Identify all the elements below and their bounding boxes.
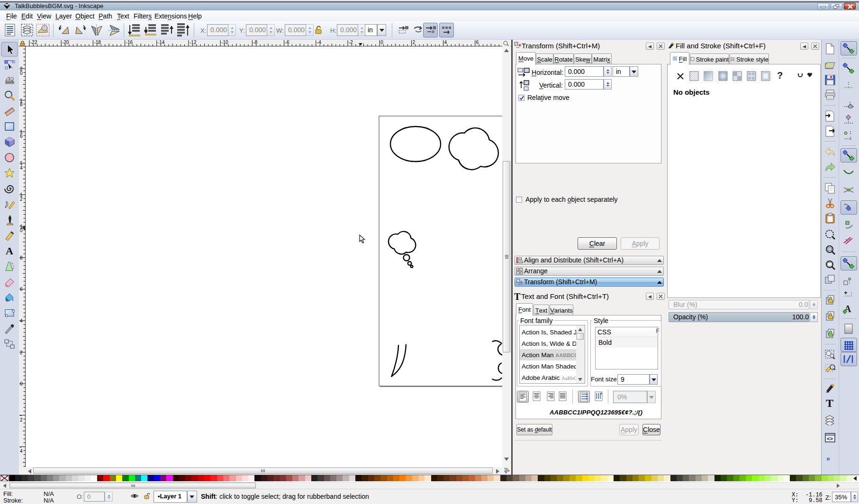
svg-text:-12: -12 — [190, 40, 197, 45]
svg-text:-8: -8 — [253, 40, 257, 45]
svg-text:6: 6 — [20, 134, 23, 139]
svg-text:A: A — [6, 245, 13, 257]
svg-text:4: 4 — [20, 318, 23, 324]
svg-text:2: 2 — [20, 350, 23, 355]
svg-text:-18: -18 — [94, 40, 101, 45]
svg-text:-16: -16 — [126, 40, 133, 45]
svg-text:-4: -4 — [317, 40, 321, 45]
svg-text:0: 0 — [20, 381, 23, 387]
svg-text:-2: -2 — [349, 40, 353, 45]
svg-text:0: 0 — [380, 40, 383, 45]
svg-text:-10: -10 — [221, 40, 228, 45]
svg-text:-14: -14 — [158, 40, 165, 45]
svg-text:4: 4 — [20, 165, 23, 171]
svg-text:2: 2 — [412, 40, 415, 45]
svg-text:-22: -22 — [30, 40, 37, 45]
svg-text:4: 4 — [20, 449, 23, 454]
svg-text:8: 8 — [20, 255, 23, 261]
svg-text:2: 2 — [20, 197, 23, 202]
svg-text:4: 4 — [444, 40, 447, 45]
svg-text:-20: -20 — [62, 40, 69, 45]
svg-text:6: 6 — [476, 40, 479, 45]
svg-text:0: 0 — [20, 228, 23, 233]
svg-text:T: T — [826, 397, 833, 409]
svg-text:<>: <> — [827, 436, 833, 441]
svg-text:2: 2 — [20, 417, 23, 423]
svg-text:-6: -6 — [285, 40, 289, 45]
svg-text:8: 8 — [20, 102, 23, 107]
svg-text:6: 6 — [20, 287, 23, 292]
svg-text:0: 0 — [20, 71, 23, 76]
